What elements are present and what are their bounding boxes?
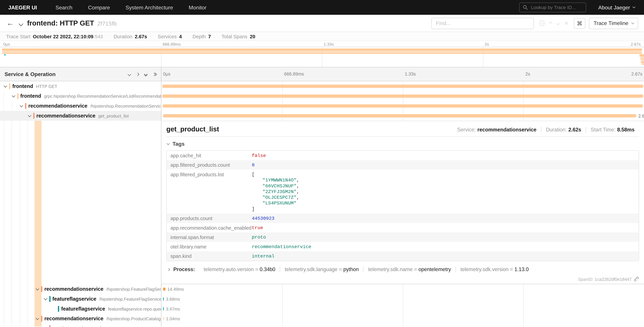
span-label[interactable]: frontend HTTP GET: [0, 81, 161, 91]
match-count-icon[interactable]: [540, 20, 545, 26]
next-result-icon[interactable]: [556, 22, 560, 25]
tags-section-toggle[interactable]: Tags: [166, 139, 639, 150]
trace-id-short: 2f715fb: [97, 20, 117, 26]
service-operation-header: Service & Operation: [0, 67, 161, 81]
chevron-down-icon[interactable]: [20, 104, 23, 107]
trace-total-spans: Total Spans20: [222, 34, 255, 39]
operation-name: /hipstershop.FeatureFlagService/Ge…: [99, 296, 161, 301]
tag-row: app.filtered_products.count 8: [167, 160, 639, 170]
service-name: recommendationservice: [25, 103, 87, 109]
span-meta: Service:recommendationservice Duration:2…: [452, 127, 639, 132]
span-bar[interactable]: [163, 104, 643, 108]
minimap-span-bar: [641, 61, 644, 62]
span-timeline[interactable]: [161, 101, 644, 111]
nav-item-monitor[interactable]: Monitor: [181, 4, 214, 10]
service-name: productcatalogservice: [49, 326, 107, 326]
app-logo[interactable]: JAEGER UI: [0, 4, 48, 10]
span-bar[interactable]: [163, 114, 636, 118]
span-label[interactable]: recommendationservice /hipstershop.Featu…: [0, 284, 161, 294]
span-timeline[interactable]: 3.68ms: [161, 294, 644, 304]
minimap-span-bar: [640, 56, 644, 56]
trace-view-selector-label: Trace Timeline: [594, 20, 628, 26]
trace-depth: Depth7: [192, 34, 211, 39]
service-name: frontend: [9, 84, 33, 89]
span-bar[interactable]: [163, 307, 164, 310]
chevron-down-icon[interactable]: [12, 94, 15, 98]
span-timeline[interactable]: 14.49ms: [161, 284, 644, 294]
clear-find-icon[interactable]: ✕: [564, 21, 568, 26]
span-bar[interactable]: [163, 288, 166, 291]
trace-view-selector[interactable]: Trace Timeline: [589, 18, 638, 29]
process-tag: telemetry.auto.version0.34b0: [199, 266, 280, 272]
span-id: SpanID: 1ca2262df0e18447: [578, 277, 632, 282]
link-icon[interactable]: [634, 276, 639, 282]
span-timeline[interactable]: [161, 81, 644, 91]
chevron-down-icon[interactable]: [44, 326, 47, 326]
minimap-span-bar: [642, 64, 644, 65]
minimap-span-bar: [640, 58, 644, 60]
nav-item-system-architecture[interactable]: System Architecture: [118, 4, 181, 10]
span-timeline[interactable]: [161, 324, 644, 326]
span-bar[interactable]: [163, 297, 164, 301]
span-duration-label: 3.47ms: [166, 306, 180, 311]
process-section-toggle[interactable]: Process: telemetry.auto.version0.34b0 te…: [166, 266, 639, 272]
chevron-down-icon: [631, 21, 634, 24]
prev-result-icon[interactable]: [549, 22, 553, 25]
trace-services-count: Services4: [158, 34, 182, 39]
span-bar[interactable]: [162, 84, 643, 88]
span-bar[interactable]: [163, 317, 164, 320]
chevron-down-icon[interactable]: [36, 287, 39, 290]
expand-all-icon[interactable]: [153, 73, 156, 75]
span-row-frontend-grpc: frontend grpc.hipstershop.Recommendation…: [0, 91, 644, 101]
trace-minimap[interactable]: [0, 47, 644, 67]
trace-id-search-input[interactable]: [530, 4, 582, 10]
span-bar[interactable]: [162, 94, 643, 98]
tags-table: app.cache_hit false app.filtered_product…: [166, 150, 639, 261]
expand-one-icon[interactable]: [136, 73, 139, 75]
tick-label: 2.67s: [631, 72, 642, 76]
process-tag: telemetry.sdk.version1.13.0: [456, 266, 533, 272]
span-timeline[interactable]: 1.04ms: [161, 314, 644, 324]
trace-title: frontend: HTTP GET2f715fb: [27, 19, 117, 27]
trace-id-lookup: [519, 2, 586, 12]
process-tag: telemetry.sdk.nameopentelemetry: [363, 266, 456, 272]
span-timeline[interactable]: 3.47ms: [161, 304, 644, 314]
collapse-all-icon[interactable]: [144, 72, 147, 76]
span-duration: Duration:2.62s: [541, 127, 586, 132]
chevron-down-icon[interactable]: [28, 114, 31, 117]
operation-name: grpc.hipstershop.RecommendationService/L…: [44, 94, 161, 98]
span-timeline[interactable]: 2.62s: [161, 111, 644, 121]
span-label[interactable]: recommendationservice get_product_list: [0, 111, 161, 121]
service-name: recommendationservice: [41, 286, 104, 292]
chevron-down-icon: [19, 21, 23, 26]
tick-label: 1.33s: [324, 42, 334, 46]
chevron-down-icon[interactable]: [36, 316, 39, 320]
timeline-header: Service & Operation 0μs 666.89ms 1.33s 2…: [0, 67, 644, 81]
span-timeline[interactable]: [161, 91, 644, 101]
trace-header: ← frontend: HTTP GET2f715fb ✕ ⌘ Trace Ti…: [0, 15, 644, 32]
service-name: featureflagservice: [58, 306, 105, 312]
span-detail-indent: [0, 121, 161, 284]
nav-item-compare[interactable]: Compare: [80, 4, 118, 10]
span-label[interactable]: frontend grpc.hipstershop.Recommendation…: [0, 91, 161, 101]
trace-summary-bar: Trace StartOctober 22 2022, 22:10:09.543…: [0, 32, 644, 41]
chevron-down-icon[interactable]: [4, 84, 7, 88]
operation-name: /hipstershop.RecommendationService/Lis…: [90, 104, 161, 108]
nav-item-search[interactable]: Search: [48, 4, 80, 10]
collapse-one-icon[interactable]: [128, 73, 130, 75]
span-row-productcatalog-call: recommendationservice /hipstershop.Produ…: [0, 314, 644, 324]
span-label[interactable]: recommendationservice /hipstershop.Recom…: [0, 101, 161, 111]
span-label[interactable]: featureflagservice /hipstershop.FeatureF…: [0, 294, 161, 304]
span-label[interactable]: productcatalogservice: [0, 324, 161, 326]
span-duration-label: 3.68ms: [166, 296, 180, 301]
span-label[interactable]: featureflagservice featureflagservice.re…: [0, 304, 161, 314]
trace-collapse-toggle[interactable]: [19, 22, 23, 25]
tag-row: span.kind internal: [167, 251, 639, 261]
chevron-down-icon[interactable]: [44, 297, 47, 300]
about-jaeger-menu[interactable]: About Jaeger: [598, 4, 635, 10]
minimap-span-bar: [2, 53, 642, 54]
keyboard-shortcuts-button[interactable]: ⌘: [574, 18, 586, 28]
span-label[interactable]: recommendationservice /hipstershop.Produ…: [0, 314, 161, 324]
back-button[interactable]: ←: [6, 19, 15, 28]
find-input[interactable]: [431, 18, 534, 29]
